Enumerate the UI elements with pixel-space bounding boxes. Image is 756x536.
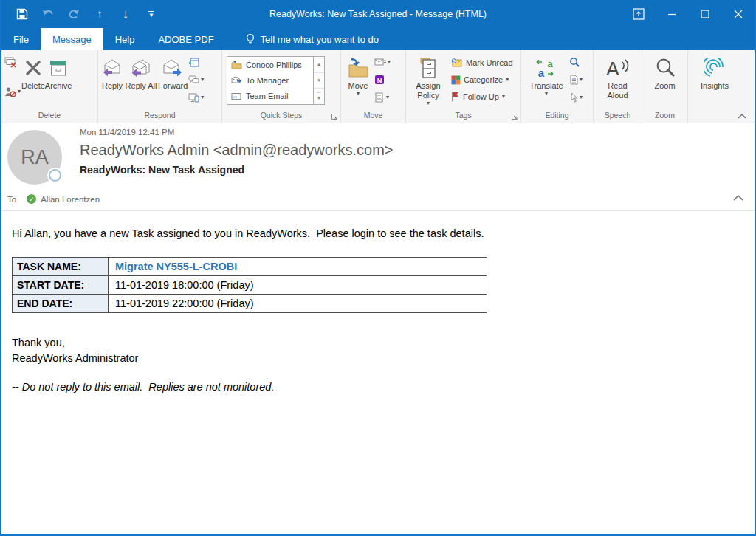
group-label-zoom: Zoom [642,109,687,123]
titlebar: ↑ ↓ ▼ ReadyWorks: New Task Assigned - Me… [1,0,755,28]
dropdown-caret-icon: ▾ [506,77,509,83]
quick-step-to-manager[interactable]: To Manager [227,72,313,88]
gallery-scroll-down-icon[interactable]: ▾ [314,73,324,89]
group-label-speech: Speech [594,109,642,123]
next-item-icon[interactable]: ↓ [118,5,133,23]
delete-button[interactable]: Delete [21,52,45,91]
quick-step-conoco-phillips[interactable]: Conoco Phillips [227,57,313,72]
dropdown-caret-icon: ▾ [386,95,389,100]
translate-icon: aa [535,56,557,80]
quick-steps-dialog-launcher-icon[interactable] [331,113,338,120]
tab-adobe-pdf[interactable]: ADOBE PDF [146,28,225,50]
outlook-message-window: ↑ ↓ ▼ ReadyWorks: New Task Assigned - Me… [0,0,756,536]
avatar-initials: RA [21,146,49,169]
ribbon-group-insights: Insights [688,50,741,123]
select-icon[interactable]: ▾ [569,91,583,104]
mark-unread-button[interactable]: Mark Unread [451,55,513,70]
more-respond-actions-icon[interactable]: ▾ [188,91,204,104]
im-icon[interactable]: ▾ [188,73,204,86]
tab-message[interactable]: Message [41,28,103,50]
tell-me-box[interactable]: Tell me what you want to do [238,28,386,50]
tab-help[interactable]: Help [103,28,147,50]
move-button[interactable]: Move ▾ [347,52,369,97]
save-icon[interactable] [15,5,30,23]
dropdown-caret-icon: ▾ [545,91,548,97]
ribbon-group-tags: Assign Policy ▾ Mark Unread Categ [406,50,521,123]
sender-address[interactable]: ReadyWorks Admin <admin@readyworks.com> [80,142,394,159]
categorize-button[interactable]: Categorize ▾ [451,72,513,87]
tab-file[interactable]: File [1,28,41,50]
end-date-value: 11-01-2019 22:00:00 (Friday) [109,295,487,313]
dropdown-caret-icon: ▾ [502,94,505,100]
minimize-icon[interactable] [655,0,688,28]
quick-step-team-email[interactable]: Team Email [227,89,313,104]
ribbon-tab-row: File Message Help ADOBE PDF Tell me what… [1,28,755,50]
table-row: END DATE: 11-01-2019 22:00:00 (Friday) [13,295,487,313]
follow-up-button[interactable]: Follow Up ▾ [451,89,513,104]
previous-item-icon[interactable]: ↑ [92,5,107,23]
dropdown-caret-icon: ▾ [18,89,21,95]
svg-text:A: A [606,58,619,78]
collapse-ribbon-icon[interactable] [737,113,747,120]
actions-icon[interactable]: ▾ [374,91,391,104]
gallery-scroll-up-icon[interactable]: ▴ [314,57,324,73]
categorize-icon [451,75,461,85]
redo-icon[interactable] [66,5,81,23]
gallery-more-icon[interactable]: ▔▾ [314,89,324,104]
dropdown-caret-icon: ▾ [201,95,204,100]
start-date-value: 11-01-2019 18:00:00 (Friday) [109,276,487,295]
task-table: TASK NAME: Migrate NY555-L-CROBI START D… [12,257,487,313]
message-subject: ReadyWorks: New Task Assigned [80,164,394,176]
ribbon-group-zoom: Zoom Zoom [642,50,688,123]
onenote-icon[interactable]: N [374,73,391,86]
group-label-editing: Editing [521,109,593,123]
group-label-insights [688,109,741,123]
reply-all-button[interactable]: Reply All [124,52,158,91]
ribbon-display-options-icon[interactable] [622,0,655,28]
ribbon-group-delete: ▾ Delete Archive Delete [1,50,98,123]
archive-button[interactable]: Archive [45,52,72,91]
ribbon-group-speech: A Read Aloud Speech [594,50,642,123]
svg-text:a: a [538,66,545,78]
insights-button[interactable]: Insights [701,52,729,91]
lightbulb-icon [245,33,255,45]
dropdown-caret-icon: ▾ [357,91,360,97]
reply-all-icon [128,56,154,80]
collapse-header-icon[interactable] [732,194,744,202]
undo-icon[interactable] [41,5,55,23]
dropdown-caret-icon: ▾ [580,77,583,83]
assign-policy-button[interactable]: Assign Policy ▾ [410,52,447,106]
group-label-quick-steps: Quick Steps [222,109,340,123]
quick-access-toolbar: ↑ ↓ ▼ [1,5,159,23]
to-row: To ✓ Allan Lorentzen [7,194,100,204]
tags-dialog-launcher-icon[interactable] [511,113,518,120]
meeting-icon[interactable] [188,55,204,69]
block-sender-icon[interactable]: ▾ [4,85,21,98]
recipient-name[interactable]: Allan Lorentzen [41,195,100,204]
customize-qat-icon[interactable]: ▼ [144,5,159,23]
archive-box-icon [48,56,69,80]
translate-button[interactable]: aa Translate ▾ [526,52,567,97]
rules-icon[interactable]: ▾ [374,55,391,69]
zoom-button[interactable]: Zoom [654,52,675,91]
close-icon[interactable] [721,0,755,28]
signature-text: Thank you, ReadyWorks Administrator [12,335,743,366]
ribbon: ▾ Delete Archive Delete [1,50,755,123]
ignore-icon[interactable] [4,55,21,69]
table-row: START DATE: 11-01-2019 18:00:00 (Friday) [13,276,487,295]
dropdown-caret-icon: ▾ [427,100,430,106]
group-label-delete: Delete [1,109,97,123]
read-aloud-button[interactable]: A Read Aloud [601,52,635,100]
dropdown-caret-icon: ▾ [201,77,204,83]
forward-button[interactable]: Forward [158,52,188,91]
ribbon-group-move: Move ▾ ▾ N ▾ Move [341,50,406,123]
end-date-label: END DATE: [13,295,109,313]
task-name-link[interactable]: Migrate NY555-L-CROBI [115,261,237,272]
maximize-icon[interactable] [688,0,721,28]
svg-text:N: N [377,77,382,84]
forward-icon [161,56,185,80]
reply-button[interactable]: Reply [100,52,124,91]
find-icon[interactable] [569,55,583,69]
read-aloud-icon: A [605,56,630,80]
related-icon[interactable]: ▾ [569,73,583,86]
